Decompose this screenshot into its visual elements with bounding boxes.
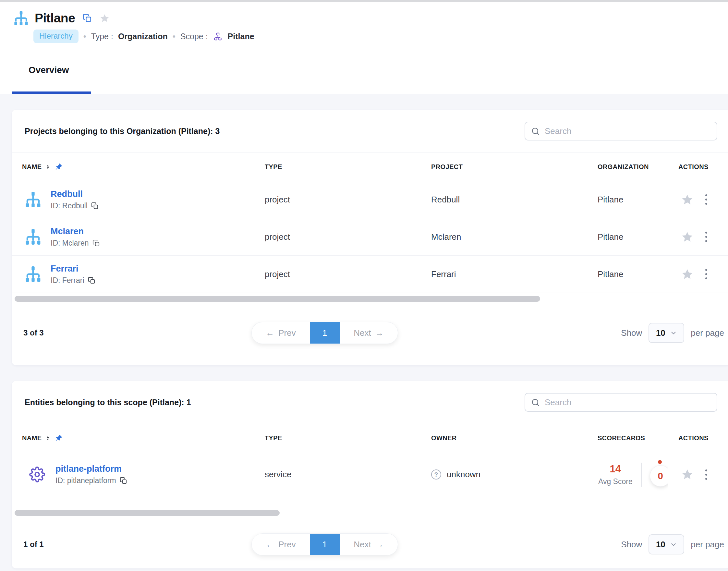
project-cell: Mclaren: [421, 218, 587, 255]
question-mark-icon: ?: [431, 469, 441, 479]
favorite-star-icon[interactable]: [681, 268, 694, 280]
scope-label: Scope :: [180, 32, 208, 41]
show-label: Show: [621, 328, 642, 338]
current-page-button[interactable]: 1: [310, 322, 340, 344]
favorite-star-icon[interactable]: [681, 468, 694, 481]
column-header-type: TYPE: [254, 424, 421, 452]
copy-icon[interactable]: [83, 14, 92, 23]
entities-card: Entities belonging to this scope (Pitlan…: [12, 381, 728, 568]
kebab-menu-icon[interactable]: [703, 467, 709, 482]
arrow-right-icon: →: [375, 540, 384, 550]
copy-icon[interactable]: [88, 277, 95, 284]
table-row: pitlane-platform ID: pitlaneplatform ser…: [12, 452, 728, 497]
kebab-menu-icon[interactable]: [703, 230, 709, 244]
type-cell: project: [254, 181, 421, 218]
separator-dot-icon: •: [83, 31, 86, 41]
project-cell: Redbull: [421, 181, 587, 218]
kebab-menu-icon[interactable]: [703, 267, 709, 281]
horizontal-scrollbar[interactable]: [15, 510, 280, 516]
hierarchy-icon: [25, 228, 41, 246]
column-header-type: TYPE: [254, 153, 421, 181]
project-link[interactable]: Redbull: [50, 189, 83, 199]
separator-dot-icon: •: [172, 31, 175, 41]
scope-value[interactable]: Pitlane: [228, 32, 254, 41]
divider: [641, 463, 642, 487]
column-header-owner: OWNER: [421, 424, 587, 452]
table-row: Ferrari ID: Ferrari project Ferrari Pitl…: [12, 256, 728, 293]
owner-cell: ? unknown: [421, 452, 587, 497]
type-label: Type :: [91, 32, 113, 41]
sort-icon[interactable]: [45, 164, 50, 170]
next-page-button[interactable]: Next →: [340, 322, 398, 344]
hierarchy-icon: [13, 10, 29, 26]
scorecard-badge[interactable]: 0: [650, 466, 668, 486]
entities-card-title: Entities belonging to this scope (Pitlan…: [25, 398, 191, 407]
arrow-left-icon: ←: [266, 540, 274, 550]
copy-icon[interactable]: [120, 477, 127, 484]
page-size-select[interactable]: 10: [648, 534, 684, 555]
copy-icon[interactable]: [91, 202, 99, 210]
horizontal-scrollbar[interactable]: [15, 296, 540, 302]
favorite-star-icon[interactable]: [681, 231, 694, 243]
next-page-button[interactable]: Next →: [340, 534, 398, 555]
pagination: ← Prev 1 Next →: [252, 322, 398, 344]
project-cell: Ferrari: [421, 256, 587, 293]
tab-bar: Overview: [0, 47, 728, 94]
chevron-down-icon: [670, 541, 677, 548]
page-title: Pitlane: [35, 11, 75, 25]
entity-id: ID: Ferrari: [50, 276, 84, 285]
window-edge: [0, 0, 728, 2]
entities-search-input[interactable]: [545, 397, 711, 408]
favorite-star-icon[interactable]: [100, 13, 110, 23]
column-header-scorecards: SCORECARDS: [587, 424, 668, 452]
page-size-select[interactable]: 10: [648, 323, 684, 343]
sort-icon[interactable]: [45, 435, 50, 441]
pagination: ← Prev 1 Next →: [252, 534, 398, 555]
tab-overview[interactable]: Overview: [28, 65, 69, 75]
pin-icon[interactable]: [55, 163, 62, 170]
projects-search-input[interactable]: [545, 126, 711, 136]
show-label: Show: [621, 540, 642, 550]
per-page-label: per page: [691, 328, 724, 338]
arrow-left-icon: ←: [266, 328, 274, 338]
project-link[interactable]: Ferrari: [50, 264, 79, 274]
hierarchy-icon: [25, 191, 41, 208]
active-tab-indicator: [12, 92, 91, 94]
copy-icon[interactable]: [93, 239, 100, 247]
projects-table-header: NAME TYPE PROJECT ORGANIZATION ACTIONS: [12, 152, 728, 181]
notification-dot: [658, 460, 662, 464]
per-page-label: per page: [691, 540, 724, 550]
projects-search-box: [524, 122, 717, 140]
table-row: Redbull ID: Redbull project Redbull Pitl…: [12, 181, 728, 218]
prev-page-button[interactable]: ← Prev: [252, 322, 310, 344]
column-header-project: PROJECT: [421, 153, 587, 181]
entity-id: ID: Redbull: [50, 202, 88, 210]
hierarchy-badge: Hierarchy: [33, 29, 79, 43]
kebab-menu-icon[interactable]: [703, 192, 709, 207]
organization-cell: Pitlane: [587, 181, 668, 218]
search-icon: [531, 398, 540, 407]
page-header: Pitlane Hierarchy • Type : Organization …: [0, 2, 728, 47]
avg-score-label: Avg Score: [598, 477, 633, 486]
pagination-summary: 3 of 3: [23, 328, 44, 337]
favorite-star-icon[interactable]: [681, 193, 694, 206]
entity-id: ID: pitlaneplatform: [55, 476, 116, 485]
scope-hierarchy-icon: [214, 32, 222, 41]
prev-page-button[interactable]: ← Prev: [252, 534, 310, 555]
current-page-button[interactable]: 1: [310, 534, 340, 555]
entity-link[interactable]: pitlane-platform: [55, 464, 122, 474]
entities-search-box: [524, 393, 717, 412]
column-header-name[interactable]: NAME: [12, 424, 254, 452]
scorecards-cell: 14 Avg Score 0: [587, 452, 668, 497]
avg-score-value: 14: [598, 463, 633, 475]
entity-id: ID: Mclaren: [50, 239, 89, 247]
chevron-down-icon: [670, 329, 677, 336]
pin-icon[interactable]: [55, 434, 62, 442]
column-header-name[interactable]: NAME: [12, 153, 254, 181]
type-cell: service: [254, 452, 421, 497]
project-link[interactable]: Mclaren: [50, 226, 84, 236]
type-cell: project: [254, 256, 421, 293]
column-header-actions: ACTIONS: [668, 424, 728, 452]
pagination-summary: 1 of 1: [23, 540, 44, 549]
projects-card: Projects belonging to this Organization …: [12, 110, 728, 365]
